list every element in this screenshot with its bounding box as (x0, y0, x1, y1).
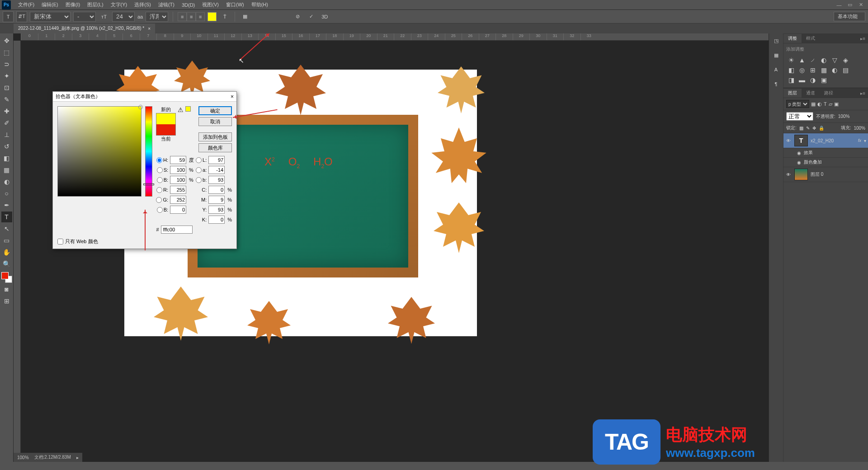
tab-layers[interactable]: 图层 (783, 89, 802, 98)
hue-slider[interactable] (145, 106, 153, 197)
gradient-map-icon[interactable]: ▬ (798, 76, 806, 84)
y-input[interactable] (208, 206, 225, 214)
tool-preset-icon[interactable]: T (3, 11, 14, 22)
menu-help[interactable]: 帮助(H) (248, 0, 272, 9)
zoom-level[interactable]: 100% (17, 455, 29, 460)
menu-image[interactable]: 图像(I) (62, 0, 84, 9)
foreground-swatch[interactable] (1, 272, 9, 279)
layer-fx-badge[interactable]: fx (858, 138, 861, 143)
opacity-value[interactable]: 100% (838, 114, 850, 119)
k-input[interactable] (208, 216, 225, 224)
menu-3d[interactable]: 3D(D) (178, 1, 198, 9)
visibility-icon[interactable]: 👁 (785, 138, 792, 143)
text-orientation-icon[interactable]: ⇵T (16, 11, 27, 22)
exposure-icon[interactable]: ◐ (820, 56, 828, 64)
canvas-text-layer[interactable]: X2 O2 H2O (264, 155, 333, 169)
layer-effect-item[interactable]: ◉颜色叠加 (783, 158, 868, 167)
threshold-icon[interactable]: ◨ (787, 76, 795, 84)
bv-input[interactable] (170, 176, 186, 184)
panel-menu-icon[interactable]: ▸≡ (858, 91, 868, 96)
tab-paths[interactable]: 路径 (820, 89, 838, 98)
filter-pixel-icon[interactable]: ▦ (811, 101, 816, 107)
tab-styles[interactable]: 样式 (802, 34, 820, 43)
a-input[interactable] (208, 166, 225, 174)
tab-adjustments[interactable]: 调整 (783, 34, 802, 43)
lab-b-radio[interactable]: b: (196, 177, 207, 183)
document-info[interactable]: 文档:2.12M/2.83M (34, 454, 71, 461)
menu-layer[interactable]: 图层(L) (84, 0, 107, 9)
move-tool-icon[interactable]: ✥ (1, 35, 12, 46)
b-radio[interactable]: B: (156, 177, 168, 183)
text-color-swatch[interactable] (208, 12, 217, 21)
web-safe-swatch[interactable] (185, 106, 191, 112)
layer-name[interactable]: x2_02_H20 (811, 138, 834, 143)
h-input[interactable] (170, 156, 186, 164)
zoom-tool-icon[interactable]: 🔍 (1, 258, 12, 269)
close-icon[interactable]: × (231, 94, 234, 100)
close-tab-icon[interactable]: × (148, 26, 151, 31)
color-swatches[interactable] (1, 272, 12, 283)
layer-item[interactable]: 👁 T x2_02_H20 fx ▾ (783, 133, 868, 148)
filter-smart-icon[interactable]: ▣ (834, 101, 839, 107)
path-tool-icon[interactable]: ↖ (1, 223, 12, 234)
font-style-select[interactable]: - (73, 12, 96, 22)
l-input[interactable] (208, 156, 225, 164)
lock-all-icon[interactable]: 🔒 (819, 126, 824, 131)
align-left-icon[interactable]: ≡ (178, 12, 187, 21)
layer-thumbnail[interactable]: T (794, 135, 808, 146)
layer-filter-select[interactable]: р 类型 (786, 100, 809, 108)
blur-tool-icon[interactable]: ◐ (1, 176, 12, 187)
menu-select[interactable]: 选择(S) (131, 0, 155, 9)
antialias-select[interactable]: 浑厚 (146, 12, 168, 22)
bw-icon[interactable]: ◧ (787, 66, 795, 74)
a-radio[interactable]: a: (196, 167, 207, 173)
invert-icon[interactable]: ◐ (830, 66, 839, 74)
levels-icon[interactable]: ▲ (798, 56, 806, 64)
cancel-icon[interactable]: ⊘ (292, 11, 303, 22)
color-field[interactable] (57, 106, 142, 197)
eraser-tool-icon[interactable]: ◧ (1, 153, 12, 164)
vibrance-icon[interactable]: ▽ (830, 56, 839, 64)
history-panel-icon[interactable]: ◳ (771, 35, 782, 46)
adj-icon4[interactable]: ▣ (820, 76, 828, 84)
c-input[interactable] (208, 186, 225, 194)
status-chevron-icon[interactable]: ▸ (76, 455, 79, 460)
menu-edit[interactable]: 编辑(E) (38, 0, 62, 9)
hex-input[interactable] (161, 226, 193, 234)
r-input[interactable] (170, 186, 186, 194)
curves-icon[interactable]: ⟋ (809, 56, 817, 64)
character-panel-icon[interactable]: ▦ (240, 11, 250, 22)
warp-text-icon[interactable]: Ť (219, 11, 230, 22)
tab-channels[interactable]: 通道 (802, 89, 820, 98)
lock-transparent-icon[interactable]: ▩ (799, 126, 803, 131)
current-color-preview[interactable] (156, 124, 175, 135)
brush-tool-icon[interactable]: ✐ (1, 118, 12, 128)
cancel-button[interactable]: 取消 (198, 117, 232, 126)
layer-effect-item[interactable]: ◉效果 (783, 148, 868, 158)
history-brush-tool-icon[interactable]: ↺ (1, 141, 12, 152)
ok-button[interactable]: 确定 (198, 106, 232, 115)
dialog-titlebar[interactable]: 拾色器（文本颜色） × (53, 92, 236, 102)
font-size-select[interactable]: 24 点 (112, 12, 135, 22)
lock-position-icon[interactable]: ✥ (812, 126, 816, 131)
h-radio[interactable]: H: (156, 157, 168, 163)
selective-color-icon[interactable]: ◑ (809, 76, 817, 84)
color-lookup-icon[interactable]: ▦ (820, 66, 828, 74)
crop-tool-icon[interactable]: ⊡ (1, 82, 12, 93)
menu-window[interactable]: 窗口(W) (222, 0, 248, 9)
marquee-tool-icon[interactable]: ⬚ (1, 47, 12, 58)
workspace-dropdown[interactable]: 基本功能 (834, 12, 865, 21)
hue-icon[interactable]: ◈ (841, 56, 849, 64)
screenmode-icon[interactable]: ⊞ (1, 296, 12, 306)
menu-type[interactable]: 文字(Y) (107, 0, 131, 9)
pen-tool-icon[interactable]: ✒ (1, 200, 12, 211)
fill-value[interactable]: 100% (854, 126, 865, 131)
document-tab[interactable]: 2022-12-08_111449_副本.png @ 100% (x2_02_H… (14, 24, 155, 33)
r-radio[interactable]: R: (156, 187, 168, 193)
s-input[interactable] (170, 166, 186, 174)
quickmask-icon[interactable]: ◙ (1, 284, 12, 295)
dodge-tool-icon[interactable]: ○ (1, 188, 12, 199)
hand-tool-icon[interactable]: ✋ (1, 247, 12, 258)
menu-file[interactable]: 文件(F) (14, 0, 38, 9)
stamp-tool-icon[interactable]: ⊥ (1, 129, 12, 140)
